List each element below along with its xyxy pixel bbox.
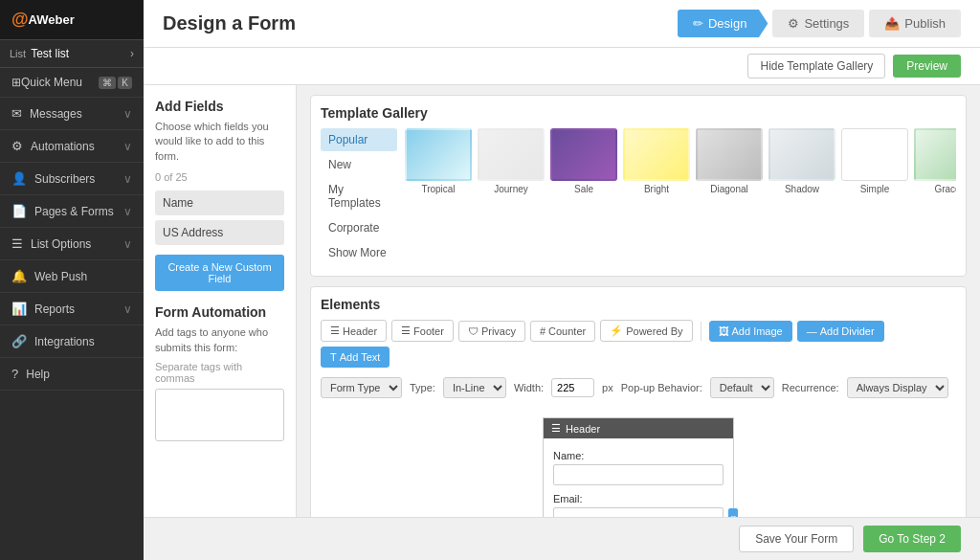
save-form-button[interactable]: Save Your Form: [739, 526, 854, 552]
form-controls: Form Type Type: In-Line Width: px Pop-up…: [321, 377, 956, 398]
logo-text: AWeber: [29, 12, 75, 27]
create-custom-field-button[interactable]: Create a New Custom Field: [155, 255, 284, 291]
form-preview-area: ☰ Header Name: Email: Submit We respect …: [321, 408, 956, 517]
add-fields-title: Add Fields: [155, 99, 284, 114]
header-bar-label: Header: [566, 423, 600, 435]
quick-menu-icon: ⊞: [11, 76, 21, 89]
main-content: Design a Form ✏ Design ⚙ Settings 📤 Publ…: [144, 0, 980, 560]
thumbnail-simple: [841, 128, 908, 181]
list-label: List: [10, 48, 26, 59]
footer-bar: Save Your Form Go To Step 2: [144, 517, 980, 560]
template-diagonal[interactable]: Diagonal: [696, 128, 763, 266]
template-journey-label: Journey: [494, 184, 528, 194]
app-logo: @ AWeber: [0, 0, 144, 40]
element-counter-button[interactable]: # Counter: [530, 321, 595, 342]
template-grace[interactable]: Grace: [914, 128, 956, 266]
sidebar-item-reports[interactable]: 📊 Reports ∨: [0, 293, 144, 325]
popup-behavior-select[interactable]: Default: [710, 377, 774, 398]
sidebar-item-list-options[interactable]: ☰ List Options ∨: [0, 228, 144, 260]
template-simple-label: Simple: [860, 184, 890, 194]
footer-btn-label: Footer: [413, 325, 444, 337]
type-label: Type:: [410, 382, 435, 393]
go-to-step2-button[interactable]: Go To Step 2: [863, 526, 961, 552]
design-icon: ✏: [693, 16, 703, 31]
template-sale-label: Sale: [574, 184, 593, 194]
add-text-button[interactable]: T Add Text: [321, 347, 390, 368]
subscribers-arrow-icon: ∨: [123, 172, 132, 186]
template-journey[interactable]: Journey: [478, 128, 545, 266]
gallery-cat-corporate[interactable]: Corporate: [321, 216, 397, 239]
template-sale[interactable]: Sale: [550, 128, 617, 266]
recurrence-select[interactable]: Always Display: [847, 377, 948, 398]
text-icon: T: [330, 351, 337, 363]
name-field-input[interactable]: [553, 464, 724, 485]
sidebar-item-quick-menu[interactable]: ⊞ Quick Menu ⌘ K: [0, 68, 144, 98]
gallery-thumbnails: Tropical Journey Sale Bright: [405, 128, 956, 266]
element-footer-button[interactable]: ☰ Footer: [391, 320, 454, 342]
sidebar-item-automations[interactable]: ⚙ Automations ∨: [0, 130, 144, 163]
field-name[interactable]: Name: [155, 190, 284, 215]
email-field-input[interactable]: [553, 507, 724, 517]
content-area: Add Fields Choose which fields you would…: [144, 85, 980, 517]
type-select[interactable]: In-Line: [443, 377, 506, 398]
add-fields-desc: Choose which fields you would like to ad…: [155, 120, 284, 164]
publish-icon: 📤: [884, 16, 900, 31]
email-field-label: Email:: [553, 493, 724, 504]
resize-handle[interactable]: ⇔: [728, 508, 738, 518]
field-us-address[interactable]: US Address: [155, 220, 284, 245]
template-shadow[interactable]: Shadow: [768, 128, 835, 266]
list-name: Test list: [31, 47, 130, 60]
template-bright[interactable]: Bright: [623, 128, 690, 266]
sidebar-item-pages-forms[interactable]: 📄 Pages & Forms ∨: [0, 195, 144, 228]
form-preview: ☰ Header Name: Email: Submit We respect …: [543, 417, 734, 517]
gallery-cat-show-more[interactable]: Show More: [321, 241, 397, 264]
template-tropical[interactable]: Tropical: [405, 128, 472, 266]
width-input[interactable]: [551, 378, 594, 397]
add-text-label: Add Text: [340, 351, 381, 363]
add-image-button[interactable]: 🖼 Add Image: [709, 321, 792, 342]
template-diagonal-label: Diagonal: [710, 184, 747, 194]
messages-arrow-icon: ∨: [123, 107, 132, 121]
popup-behavior-label: Pop-up Behavior:: [621, 382, 702, 393]
template-simple[interactable]: Simple: [841, 128, 908, 266]
step-design-button[interactable]: ✏ Design: [678, 10, 768, 37]
element-privacy-button[interactable]: 🛡 Privacy: [458, 321, 525, 342]
hide-gallery-button[interactable]: Hide Template Gallery: [747, 54, 885, 78]
form-type-select[interactable]: Form Type: [321, 377, 402, 398]
step-publish-button[interactable]: 📤 Publish: [869, 10, 961, 37]
sidebar-item-web-push[interactable]: 🔔 Web Push: [0, 260, 144, 293]
thumbnail-journey: [478, 128, 545, 181]
sidebar-item-subscribers[interactable]: 👤 Subscribers ∨: [0, 163, 144, 195]
thumbnail-tropical: [405, 128, 472, 181]
gallery-cat-popular[interactable]: Popular: [321, 128, 397, 151]
template-grace-label: Grace: [934, 184, 956, 194]
integrations-icon: 🔗: [11, 334, 27, 348]
thumbnail-grace: [914, 128, 956, 181]
list-options-arrow-icon: ∨: [123, 237, 132, 251]
sub-header: Hide Template Gallery Preview: [144, 48, 980, 85]
sidebar-item-help[interactable]: ? Help: [0, 358, 144, 391]
sidebar-item-integrations[interactable]: 🔗 Integrations: [0, 325, 144, 358]
header-bar-icon: ☰: [551, 422, 561, 435]
add-divider-label: Add Divider: [820, 325, 875, 337]
elements-section: Elements ☰ Header ☰ Footer 🛡 Privacy: [310, 286, 967, 517]
gallery-cat-new[interactable]: New: [321, 153, 397, 176]
preview-button[interactable]: Preview: [893, 55, 961, 78]
reports-label: Reports: [34, 302, 75, 316]
template-bright-label: Bright: [644, 184, 669, 194]
element-header-button[interactable]: ☰ Header: [321, 320, 387, 342]
add-divider-button[interactable]: — Add Divider: [797, 321, 884, 342]
form-header-bar[interactable]: ☰ Header: [544, 418, 733, 438]
element-powered-by-button[interactable]: ⚡ Powered By: [600, 320, 692, 342]
tags-textarea[interactable]: [155, 389, 284, 441]
gallery-cat-my-templates[interactable]: My Templates: [321, 178, 397, 214]
powered-by-btn-label: Powered By: [626, 325, 682, 337]
left-panel: Add Fields Choose which fields you would…: [144, 85, 297, 517]
step-settings-button[interactable]: ⚙ Settings: [772, 10, 864, 37]
width-label: Width:: [514, 382, 544, 393]
help-icon: ?: [11, 367, 18, 381]
thumbnail-sale: [550, 128, 617, 181]
list-selector[interactable]: List Test list ›: [0, 40, 144, 68]
sidebar-item-messages[interactable]: ✉ Messages ∨: [0, 98, 144, 130]
steps-nav: ✏ Design ⚙ Settings 📤 Publish: [678, 10, 961, 37]
